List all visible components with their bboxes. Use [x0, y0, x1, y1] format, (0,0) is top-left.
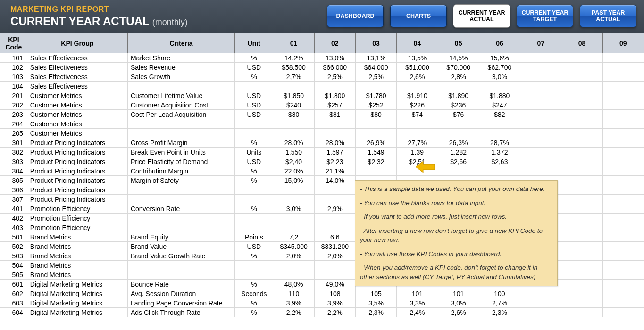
cell-value[interactable]: 2,6%: [438, 308, 479, 317]
cell-value[interactable]: [561, 308, 602, 317]
cell-value[interactable]: [479, 129, 520, 138]
cell-criteria[interactable]: [127, 270, 234, 280]
cell-code[interactable]: 403: [0, 223, 27, 232]
cell-unit[interactable]: USD: [235, 91, 273, 100]
cell-value[interactable]: $1.910: [397, 91, 438, 100]
cell-value[interactable]: [520, 110, 561, 119]
cell-value[interactable]: [602, 138, 644, 148]
cell-criteria[interactable]: [127, 129, 234, 138]
cell-criteria[interactable]: Contribution Margin: [127, 166, 234, 176]
col-header-unit[interactable]: Unit: [235, 33, 273, 53]
cell-value[interactable]: $1.850: [273, 91, 314, 100]
cell-code[interactable]: 202: [0, 100, 27, 110]
cell-unit[interactable]: Seconds: [235, 289, 273, 298]
cell-unit[interactable]: USD: [235, 63, 273, 72]
nav-btn-past-year-actual[interactable]: PAST YEAR ACTUAL: [580, 5, 636, 27]
cell-value[interactable]: $1.800: [314, 91, 355, 100]
cell-value[interactable]: 15,0%: [273, 176, 314, 185]
cell-group[interactable]: Customer Metrics: [27, 100, 127, 110]
cell-value[interactable]: [314, 261, 355, 270]
cell-value[interactable]: [314, 195, 355, 204]
cell-value[interactable]: [561, 298, 602, 308]
cell-value[interactable]: $2,32: [355, 157, 396, 166]
cell-unit[interactable]: %: [235, 72, 273, 82]
cell-value[interactable]: [561, 204, 602, 214]
cell-group[interactable]: Sales Effectiveness: [27, 82, 127, 91]
nav-btn-charts[interactable]: CHARTS: [390, 5, 447, 27]
cell-code[interactable]: 603: [0, 298, 27, 308]
cell-value[interactable]: [561, 110, 602, 119]
cell-value[interactable]: [520, 298, 561, 308]
cell-value[interactable]: [273, 129, 314, 138]
col-header-month[interactable]: 04: [397, 33, 438, 53]
cell-group[interactable]: Sales Effectiveness: [27, 53, 127, 63]
cell-criteria[interactable]: [127, 214, 234, 223]
cell-value[interactable]: $252: [355, 100, 396, 110]
cell-value[interactable]: [561, 232, 602, 242]
cell-value[interactable]: 15,6%: [479, 53, 520, 63]
cell-value[interactable]: 2,9%: [314, 204, 355, 214]
cell-unit[interactable]: %: [235, 176, 273, 185]
cell-value[interactable]: [520, 308, 561, 317]
cell-criteria[interactable]: [127, 82, 234, 91]
cell-value[interactable]: [602, 63, 644, 72]
cell-value[interactable]: [520, 72, 561, 82]
cell-value[interactable]: [438, 119, 479, 129]
cell-value[interactable]: 101: [397, 289, 438, 298]
col-header-month[interactable]: 07: [520, 33, 561, 53]
cell-value[interactable]: [314, 270, 355, 280]
cell-value[interactable]: $82: [479, 110, 520, 119]
cell-value[interactable]: [520, 138, 561, 148]
cell-value[interactable]: $51.000: [397, 63, 438, 72]
cell-code[interactable]: 401: [0, 204, 27, 214]
cell-group[interactable]: Digital Marketing Metrics: [27, 308, 127, 317]
cell-value[interactable]: $331.200: [314, 242, 355, 251]
cell-value[interactable]: $64.000: [355, 63, 396, 72]
cell-value[interactable]: $74: [397, 110, 438, 119]
cell-value[interactable]: 22,0%: [273, 166, 314, 176]
cell-criteria[interactable]: Customer Acquisition Cost: [127, 100, 234, 110]
cell-value[interactable]: [561, 119, 602, 129]
cell-unit[interactable]: USD: [235, 157, 273, 166]
cell-value[interactable]: [602, 119, 644, 129]
cell-criteria[interactable]: [127, 223, 234, 232]
cell-value[interactable]: [602, 204, 644, 214]
cell-unit[interactable]: %: [235, 280, 273, 289]
cell-value[interactable]: [479, 166, 520, 176]
cell-code[interactable]: 201: [0, 91, 27, 100]
cell-unit[interactable]: USD: [235, 110, 273, 119]
cell-code[interactable]: 306: [0, 185, 27, 195]
col-header-month[interactable]: 08: [561, 33, 602, 53]
cell-value[interactable]: [273, 195, 314, 204]
cell-group[interactable]: Product Pricing Indicators: [27, 176, 127, 185]
cell-value[interactable]: [520, 82, 561, 91]
cell-value[interactable]: 6,6: [314, 232, 355, 242]
cell-value[interactable]: [602, 261, 644, 270]
cell-value[interactable]: [561, 91, 602, 100]
col-header-month[interactable]: 03: [355, 33, 396, 53]
cell-value[interactable]: [397, 129, 438, 138]
cell-group[interactable]: Product Pricing Indicators: [27, 195, 127, 204]
cell-value[interactable]: $80: [355, 110, 396, 119]
cell-group[interactable]: Brand Metrics: [27, 232, 127, 242]
cell-value[interactable]: [561, 148, 602, 157]
cell-value[interactable]: 26,3%: [438, 138, 479, 148]
cell-value[interactable]: [273, 270, 314, 280]
cell-group[interactable]: Digital Marketing Metrics: [27, 280, 127, 289]
cell-value[interactable]: [602, 289, 644, 298]
cell-value[interactable]: [397, 119, 438, 129]
cell-unit[interactable]: [235, 129, 273, 138]
cell-value[interactable]: [355, 82, 396, 91]
cell-unit[interactable]: Points: [235, 232, 273, 242]
cell-value[interactable]: $81: [314, 110, 355, 119]
cell-value[interactable]: 3,0%: [273, 204, 314, 214]
nav-btn-dashboard[interactable]: DASHBOARD: [327, 5, 384, 27]
cell-value[interactable]: $62.700: [479, 63, 520, 72]
cell-code[interactable]: 205: [0, 129, 27, 138]
cell-unit[interactable]: [235, 214, 273, 223]
cell-value[interactable]: 2,2%: [273, 308, 314, 317]
cell-value[interactable]: $2,51: [397, 157, 438, 166]
cell-value[interactable]: 2,7%: [479, 298, 520, 308]
cell-value[interactable]: $226: [397, 100, 438, 110]
cell-unit[interactable]: USD: [235, 100, 273, 110]
